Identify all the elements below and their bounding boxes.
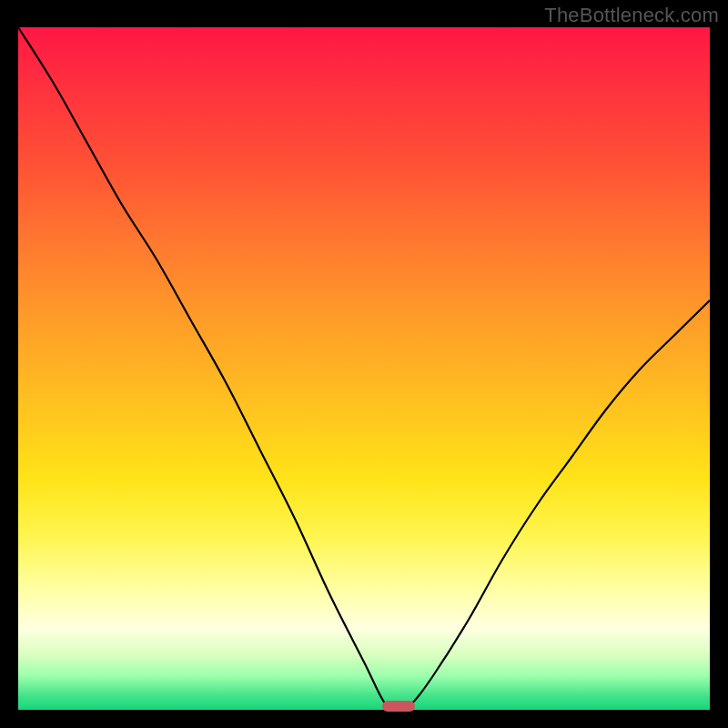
bottleneck-curve-svg [18, 27, 710, 710]
chart-frame: TheBottleneck.com [0, 0, 728, 728]
bottleneck-curve-path [18, 27, 710, 710]
optimum-marker [382, 701, 415, 712]
plot-area [18, 27, 710, 710]
watermark-label: TheBottleneck.com [544, 4, 719, 27]
